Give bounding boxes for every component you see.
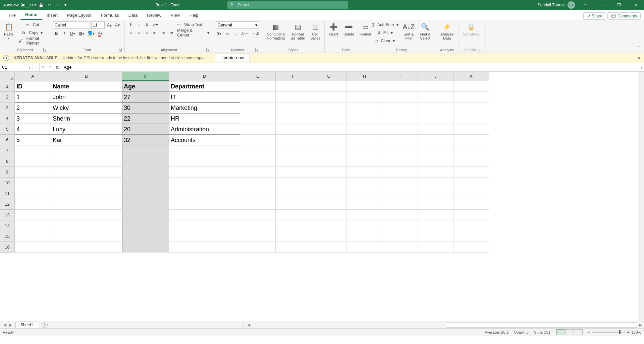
tab-formulas[interactable]: Formulas <box>96 11 124 20</box>
cell-D12[interactable] <box>169 199 240 210</box>
cell-D15[interactable] <box>169 231 240 242</box>
cell-A7[interactable] <box>15 145 51 156</box>
cell-C13[interactable] <box>122 210 169 220</box>
cell-D10[interactable] <box>169 178 240 188</box>
horizontal-scrollbar[interactable] <box>446 322 637 328</box>
fill-color-button[interactable]: 🪣▾ <box>87 30 96 37</box>
cell-K6[interactable] <box>453 135 489 145</box>
copy-button[interactable]: ⧉ Copy ▾ <box>17 29 47 36</box>
bold-button[interactable]: B <box>53 30 60 37</box>
row-header-16[interactable]: 16 <box>0 242 15 253</box>
cell-C14[interactable] <box>122 220 169 231</box>
row-header-11[interactable]: 11 <box>0 188 15 199</box>
cell-G11[interactable] <box>311 188 347 199</box>
save-icon[interactable]: 💾 <box>38 2 44 8</box>
cell-B7[interactable] <box>51 145 122 156</box>
cell-C8[interactable] <box>122 156 169 167</box>
row-header-2[interactable]: 2 <box>0 92 15 102</box>
align-right-icon[interactable]: ≡ <box>144 29 150 36</box>
cell-B3[interactable]: Wicky <box>51 102 122 113</box>
merge-center-button[interactable]: ⬌ Merge & Center ▾ <box>169 29 210 36</box>
comments-button[interactable]: 💬Comments <box>607 12 641 20</box>
cut-button[interactable]: ✂ Cut <box>17 21 47 28</box>
cell-J2[interactable] <box>418 92 453 102</box>
cell-C12[interactable] <box>122 199 169 210</box>
cell-B5[interactable]: Lucy <box>51 124 122 135</box>
row-header-5[interactable]: 5 <box>0 124 15 135</box>
tab-page-layout[interactable]: Page Layout <box>62 11 96 20</box>
tab-insert[interactable]: Insert <box>42 11 62 20</box>
zoom-out-button[interactable]: − <box>587 330 590 334</box>
cell-F1[interactable] <box>276 81 311 92</box>
decrease-decimal-icon[interactable]: ←.0 <box>251 30 260 37</box>
font-color-button[interactable]: A▾ <box>97 30 104 37</box>
cell-J7[interactable] <box>418 145 453 156</box>
cell-I4[interactable] <box>382 113 418 124</box>
cell-J10[interactable] <box>418 178 453 188</box>
cell-A9[interactable] <box>15 167 51 178</box>
cell-E16[interactable] <box>240 242 276 253</box>
italic-button[interactable]: I <box>61 30 68 37</box>
cell-B16[interactable] <box>51 242 122 253</box>
row-header-10[interactable]: 10 <box>0 178 15 188</box>
cell-J14[interactable] <box>418 220 453 231</box>
cell-K8[interactable] <box>453 156 489 167</box>
cell-K9[interactable] <box>453 167 489 178</box>
tab-data[interactable]: Data <box>124 11 142 20</box>
cell-F14[interactable] <box>276 220 311 231</box>
cell-I15[interactable] <box>382 231 418 242</box>
row-header-6[interactable]: 6 <box>0 135 15 145</box>
cell-H9[interactable] <box>347 167 382 178</box>
cell-E14[interactable] <box>240 220 276 231</box>
align-middle-icon[interactable]: ↕ <box>136 21 142 28</box>
cell-G7[interactable] <box>311 145 347 156</box>
align-center-icon[interactable]: ≡ <box>136 29 142 36</box>
cell-H15[interactable] <box>347 231 382 242</box>
cell-D14[interactable] <box>169 220 240 231</box>
column-header-C[interactable]: C <box>122 72 169 81</box>
cell-I10[interactable] <box>382 178 418 188</box>
align-bottom-icon[interactable]: ⬇ <box>144 21 150 28</box>
cell-G8[interactable] <box>311 156 347 167</box>
alignment-launcher[interactable]: ⬊ <box>206 48 210 52</box>
close-button[interactable]: ✕ <box>629 0 642 10</box>
cell-A3[interactable]: 2 <box>15 102 51 113</box>
namebox-expand-icon[interactable]: ⋮ <box>33 63 40 71</box>
cell-A5[interactable]: 4 <box>15 124 51 135</box>
analyze-data-button[interactable]: ⚡Analyze Data <box>438 21 456 41</box>
cell-J13[interactable] <box>418 210 453 220</box>
cell-G2[interactable] <box>311 92 347 102</box>
column-header-D[interactable]: D <box>169 72 240 81</box>
cell-A14[interactable] <box>15 220 51 231</box>
cell-A8[interactable] <box>15 156 51 167</box>
format-as-table-button[interactable]: ▤Format as Table <box>290 21 306 41</box>
sheet-tab-sheet1[interactable]: Sheet1 <box>15 322 38 328</box>
cell-J6[interactable] <box>418 135 453 145</box>
cell-A10[interactable] <box>15 178 51 188</box>
cell-F11[interactable] <box>276 188 311 199</box>
zoom-slider[interactable] <box>592 332 625 333</box>
cell-E8[interactable] <box>240 156 276 167</box>
cell-B2[interactable]: John <box>51 92 122 102</box>
cell-E2[interactable] <box>240 92 276 102</box>
column-header-F[interactable]: F <box>276 72 311 81</box>
cell-C15[interactable] <box>122 231 169 242</box>
row-header-12[interactable]: 12 <box>0 199 15 210</box>
cell-B11[interactable] <box>51 188 122 199</box>
row-header-8[interactable]: 8 <box>0 156 15 167</box>
cell-D13[interactable] <box>169 210 240 220</box>
page-break-view-button[interactable] <box>574 329 583 335</box>
tab-home[interactable]: Home <box>20 10 42 20</box>
cell-G10[interactable] <box>311 178 347 188</box>
decrease-indent-icon[interactable]: ⇤ <box>152 29 158 36</box>
hscroll-left-icon[interactable]: ⋮ ◀ <box>242 323 251 327</box>
cell-C6[interactable]: 32 <box>122 135 169 145</box>
cell-I5[interactable] <box>382 124 418 135</box>
percent-button[interactable]: % <box>224 30 231 37</box>
delete-cells-button[interactable]: ➖Delete <box>342 21 356 37</box>
cell-K13[interactable] <box>453 210 489 220</box>
cell-F2[interactable] <box>276 92 311 102</box>
clear-button[interactable]: ◇ Clear ▾ <box>371 38 399 44</box>
redo-icon[interactable]: ↷ <box>54 2 60 8</box>
normal-view-button[interactable] <box>556 329 565 335</box>
